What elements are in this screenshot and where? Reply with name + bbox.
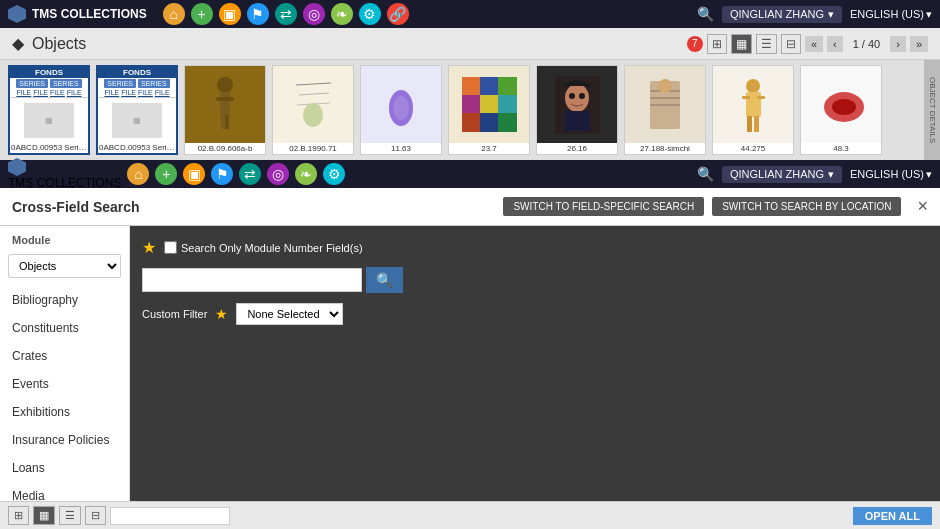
search-by-location-button[interactable]: SWITCH TO SEARCH BY LOCATION: [712, 197, 901, 216]
svg-rect-21: [480, 95, 498, 113]
search-icon-2[interactable]: 🔍: [697, 166, 714, 182]
thumbnail-item[interactable]: 23.7: [448, 65, 530, 155]
flag-icon[interactable]: ⚑: [247, 3, 269, 25]
page-title: Objects: [32, 35, 86, 53]
user-menu-button[interactable]: QINGLIAN ZHANG ▾: [722, 6, 842, 23]
second-navbar: TMS COLLECTIONS ⌂ + ▣ ⚑ ⇄ ◎ ❧ ⚙ 🔍 QINGLI…: [0, 160, 940, 188]
flag-icon-2[interactable]: ⚑: [211, 163, 233, 185]
leaf-icon-2[interactable]: ❧: [295, 163, 317, 185]
language-button[interactable]: ENGLISH (US) ▾: [850, 8, 932, 21]
thumb-file-link2[interactable]: FILE: [121, 89, 136, 96]
transfer-icon[interactable]: ⇄: [275, 3, 297, 25]
thumbnail-item[interactable]: 11.63: [360, 65, 442, 155]
leaf-icon[interactable]: ❧: [331, 3, 353, 25]
notification-badge: 7: [687, 36, 703, 52]
bottom-list-view[interactable]: ☰: [59, 506, 81, 525]
sidebar-item-bibliography[interactable]: Bibliography: [0, 286, 129, 314]
thumb-file-link3[interactable]: FILE: [138, 89, 153, 96]
bottom-table-view[interactable]: ⊟: [85, 506, 106, 525]
open-all-button[interactable]: OPEN ALL: [853, 507, 932, 525]
thumb-file-link4[interactable]: FILE: [67, 89, 82, 96]
svg-rect-5: [220, 92, 230, 117]
last-page-button[interactable]: »: [910, 36, 928, 52]
thumbnail-item[interactable]: 48.3: [800, 65, 882, 155]
side-panel-tab[interactable]: OBJECT DETAILS: [924, 60, 940, 160]
sidebar-item-exhibitions[interactable]: Exhibitions: [0, 398, 129, 426]
thumbnail-view-button[interactable]: ⊞: [707, 34, 727, 54]
thumbnail-item[interactable]: 27.188-simchi: [624, 65, 706, 155]
nav-right-2: 🔍 QINGLIAN ZHANG ▾ ENGLISH (US) ▾: [697, 166, 932, 183]
thumb-file-link3[interactable]: FILE: [50, 89, 65, 96]
thumb-file-link[interactable]: FILE: [16, 89, 31, 96]
objects-icon: ◆: [12, 34, 24, 53]
images-icon[interactable]: ▣: [219, 3, 241, 25]
thumb-file-link2[interactable]: FILE: [33, 89, 48, 96]
add-icon[interactable]: +: [191, 3, 213, 25]
sidebar-item-constituents[interactable]: Constituents: [0, 314, 129, 342]
prev-page-button[interactable]: ‹: [827, 36, 843, 52]
page-indicator: 1 / 40: [847, 38, 887, 50]
field-specific-search-button[interactable]: SWITCH TO FIELD-SPECIFIC SEARCH: [503, 197, 704, 216]
module-dropdown[interactable]: Objects: [8, 254, 121, 278]
link-icon[interactable]: 🔗: [387, 3, 409, 25]
thumb-art: [386, 80, 416, 130]
thumbnail-item[interactable]: FONDS SERIES SERIES FILE FILE FILE FILE …: [96, 65, 178, 155]
sidebar-item-insurance-policies[interactable]: Insurance Policies: [0, 426, 129, 454]
settings-icon-2[interactable]: ⚙: [323, 163, 345, 185]
module-select[interactable]: Objects: [8, 254, 121, 278]
next-page-button[interactable]: ›: [890, 36, 906, 52]
main-content-area: Tatius Arius Crossover Branch Kiosw Metr…: [0, 188, 940, 529]
modal-body: Module Objects Bibliography Constituents…: [0, 226, 940, 529]
bottom-thumbnail-view[interactable]: ⊞: [8, 506, 29, 525]
images-icon-2[interactable]: ▣: [183, 163, 205, 185]
thumb-art: [210, 77, 240, 132]
filter-label: Custom Filter: [142, 308, 207, 320]
search-go-button[interactable]: 🔍: [366, 267, 403, 293]
thumb-file-link[interactable]: FILE: [104, 89, 119, 96]
thumbnail-item[interactable]: 26.16: [536, 65, 618, 155]
language-button-2[interactable]: ENGLISH (US) ▾: [850, 168, 932, 181]
home-icon[interactable]: ⌂: [163, 3, 185, 25]
checkbox-text: Search Only Module Number Field(s): [181, 242, 363, 254]
thumb-series-label: SERIES: [104, 79, 136, 88]
module-number-checkbox[interactable]: [164, 241, 177, 254]
table-view-button[interactable]: ⊟: [781, 34, 801, 54]
thumb-art: [291, 75, 336, 135]
thumbnail-item[interactable]: FONDS SERIES SERIES FILE FILE FILE FILE …: [8, 65, 90, 155]
svg-text:▦: ▦: [133, 116, 141, 125]
settings-icon[interactable]: ⚙: [359, 3, 381, 25]
app-brand-2: TMS COLLECTIONS: [8, 158, 121, 190]
home-icon-2[interactable]: ⌂: [127, 163, 149, 185]
objects-bar: ◆ Objects 7 ⊞ ▦ ☰ ⊟ « ‹ 1 / 40 › »: [0, 28, 940, 60]
globe-icon[interactable]: ◎: [303, 3, 325, 25]
search-input[interactable]: [142, 268, 362, 292]
sidebar-item-loans[interactable]: Loans: [0, 454, 129, 482]
thumb-file-link4[interactable]: FILE: [155, 89, 170, 96]
thumb-label: 0ABCD.00953 Serie...: [98, 142, 176, 153]
user-menu-button-2[interactable]: QINGLIAN ZHANG ▾: [722, 166, 842, 183]
grid-view-button[interactable]: ▦: [731, 34, 752, 54]
search-icon[interactable]: 🔍: [697, 6, 714, 22]
svg-rect-39: [746, 92, 761, 117]
svg-rect-28: [565, 111, 590, 131]
thumb-label: 44.275: [713, 143, 793, 154]
thumb-label: 11.63: [361, 143, 441, 154]
add-icon-2[interactable]: +: [155, 163, 177, 185]
thumbnail-item[interactable]: 02.B.09.606a-b: [184, 65, 266, 155]
transfer-icon-2[interactable]: ⇄: [239, 163, 261, 185]
sidebar-item-crates[interactable]: Crates: [0, 342, 129, 370]
bottom-grid-view[interactable]: ▦: [33, 506, 55, 525]
list-view-button[interactable]: ☰: [756, 34, 777, 54]
filter-select[interactable]: None Selected: [236, 303, 343, 325]
thumbnail-item[interactable]: 44.275: [712, 65, 794, 155]
modal-close-button[interactable]: ×: [917, 196, 928, 217]
search-filter-input[interactable]: [110, 507, 230, 525]
thumbnail-item[interactable]: 02.B.1990.71: [272, 65, 354, 155]
module-sidebar: Module Objects Bibliography Constituents…: [0, 226, 130, 529]
sidebar-item-events[interactable]: Events: [0, 370, 129, 398]
svg-rect-20: [462, 95, 480, 113]
first-page-button[interactable]: «: [805, 36, 823, 52]
search-options-row: ★ Search Only Module Number Field(s): [142, 238, 928, 257]
globe-icon-2[interactable]: ◎: [267, 163, 289, 185]
svg-point-13: [303, 103, 323, 127]
